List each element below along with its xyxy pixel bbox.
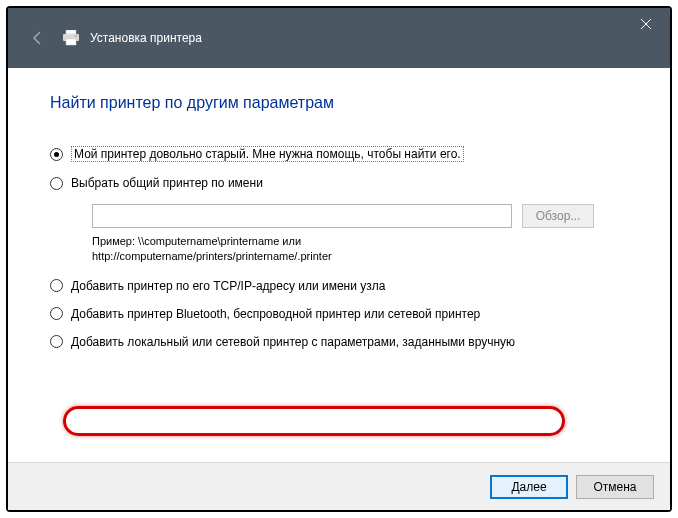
example-line-2: http://computername/printers/printername… bbox=[92, 249, 628, 264]
label-local-manual: Добавить локальный или сетевой принтер с… bbox=[71, 335, 515, 349]
option-local-manual[interactable]: Добавить локальный или сетевой принтер с… bbox=[50, 335, 628, 349]
radio-bluetooth[interactable] bbox=[50, 307, 63, 320]
back-arrow-icon bbox=[29, 29, 47, 47]
option-old-printer[interactable]: Мой принтер довольно старый. Мне нужна п… bbox=[50, 146, 628, 162]
name-input-row: Обзор... bbox=[92, 204, 628, 228]
browse-button: Обзор... bbox=[522, 204, 594, 228]
option-tcpip[interactable]: Добавить принтер по его TCP/IP-адресу ил… bbox=[50, 279, 628, 293]
printer-name-input[interactable] bbox=[92, 204, 512, 228]
label-old-printer: Мой принтер довольно старый. Мне нужна п… bbox=[71, 146, 464, 162]
cancel-button[interactable]: Отмена bbox=[576, 475, 654, 499]
radio-old-printer[interactable] bbox=[50, 148, 63, 161]
close-icon bbox=[640, 18, 652, 30]
label-bluetooth: Добавить принтер Bluetooth, беспроводной… bbox=[71, 307, 480, 321]
radio-shared-by-name[interactable] bbox=[50, 177, 63, 190]
shared-by-name-sub: Обзор... Пример: \\computername\printern… bbox=[92, 204, 628, 265]
printer-icon bbox=[62, 30, 80, 46]
next-button[interactable]: Далее bbox=[490, 475, 568, 499]
svg-rect-0 bbox=[66, 30, 76, 34]
window-title: Установка принтера bbox=[90, 31, 202, 45]
radio-tcpip[interactable] bbox=[50, 279, 63, 292]
label-tcpip: Добавить принтер по его TCP/IP-адресу ил… bbox=[71, 279, 385, 293]
radio-local-manual[interactable] bbox=[50, 335, 63, 348]
svg-point-3 bbox=[75, 35, 77, 37]
wizard-window: Установка принтера Найти принтер по друг… bbox=[6, 6, 672, 512]
content-area: Найти принтер по другим параметрам Мой п… bbox=[8, 68, 670, 462]
close-button[interactable] bbox=[622, 8, 670, 40]
option-shared-by-name[interactable]: Выбрать общий принтер по имени bbox=[50, 176, 628, 190]
titlebar: Установка принтера bbox=[8, 8, 670, 68]
svg-rect-2 bbox=[66, 39, 76, 45]
label-shared-by-name: Выбрать общий принтер по имени bbox=[71, 176, 263, 190]
option-bluetooth[interactable]: Добавить принтер Bluetooth, беспроводной… bbox=[50, 307, 628, 321]
example-line-1: Пример: \\computername\printername или bbox=[92, 234, 628, 249]
page-heading: Найти принтер по другим параметрам bbox=[50, 94, 628, 112]
footer-bar: Далее Отмена bbox=[8, 462, 670, 510]
back-button[interactable] bbox=[28, 28, 48, 48]
